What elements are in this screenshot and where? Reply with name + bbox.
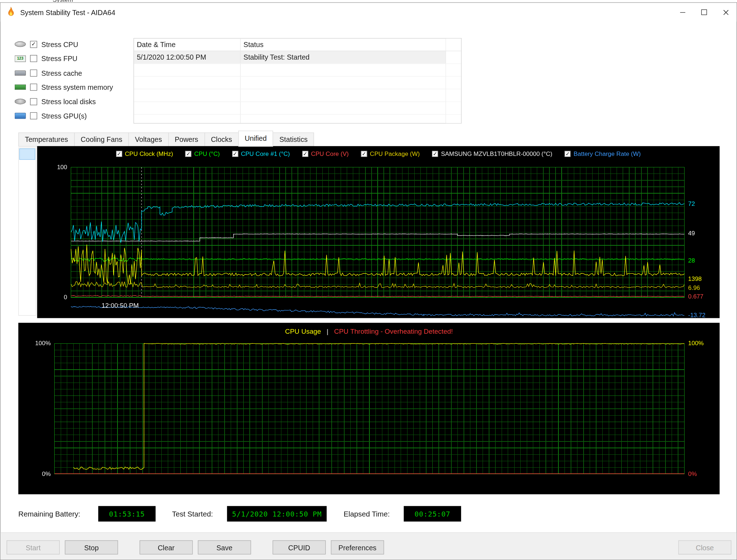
- legend-label: CPU (°C): [194, 151, 220, 158]
- elapsed-time-label: Elapsed Time:: [344, 510, 390, 518]
- save-button[interactable]: Save: [198, 540, 251, 554]
- log-cell-datetime: [134, 77, 241, 89]
- disk-icon: [15, 99, 26, 105]
- gpu-icon: [15, 113, 26, 119]
- cpu-usage-title-text: CPU Usage: [285, 328, 321, 335]
- log-row-empty: [134, 115, 461, 124]
- legend-label: CPU Core (V): [311, 151, 349, 158]
- chart-page-item[interactable]: [19, 148, 35, 159]
- current-value-1398: 1398: [688, 276, 702, 283]
- sensor-chart: ✓CPU Clock (MHz)✓CPU (°C)✓CPU Core #1 (°…: [37, 146, 719, 318]
- titlebar: System Stability Test - AIDA64: [0, 3, 736, 22]
- log-cell-datetime: 5/1/2020 12:00:50 PM: [134, 51, 241, 64]
- event-log-table: Date & TimeStatus5/1/2020 12:00:50 PMSta…: [133, 38, 461, 124]
- stop-button[interactable]: Stop: [65, 540, 118, 554]
- tab-unified[interactable]: Unified: [238, 131, 273, 147]
- legend-checkbox-cpu-c[interactable]: ✓: [185, 151, 192, 157]
- log-row[interactable]: 5/1/2020 12:00:50 PMStability Test: Star…: [134, 51, 461, 64]
- stress-option-stress-cpu[interactable]: ✓Stress CPU: [15, 37, 132, 51]
- scrollbar-gutter: [446, 38, 461, 51]
- test-started-readout: 5/1/2020 12:00:50 PM: [232, 510, 322, 518]
- checkbox-stress-local-disks[interactable]: [30, 98, 37, 105]
- checkbox-stress-cache[interactable]: [30, 69, 37, 77]
- stress-option-stress-system-memory[interactable]: Stress system memory: [15, 80, 132, 94]
- cpu-usage-chart: CPU Usage|CPU Throttling - Overheating D…: [18, 323, 720, 494]
- legend-cpu-clock-mhz: ✓CPU Clock (MHz): [116, 151, 173, 158]
- sensor-chart-legend: ✓CPU Clock (MHz)✓CPU (°C)✓CPU Core #1 (°…: [37, 151, 719, 158]
- checkbox-stress-system-memory[interactable]: [30, 84, 37, 91]
- tab-bar: TemperaturesCooling FansVoltagesPowersCl…: [18, 131, 314, 147]
- clear-button[interactable]: Clear: [139, 540, 193, 554]
- stress-option-label: Stress local disks: [41, 98, 96, 106]
- log-cell-datetime: Date & Time: [134, 38, 241, 51]
- tab-cooling-fans[interactable]: Cooling Fans: [74, 133, 129, 147]
- legend-label: CPU Core #1 (°C): [241, 151, 290, 158]
- legend-checkbox-battery-charge-rate-w[interactable]: ✓: [565, 151, 571, 157]
- cpu-throttling-title-text: CPU Throttling - Overheating Detected!: [334, 328, 453, 335]
- legend-checkbox-cpu-package-w[interactable]: ✓: [361, 151, 367, 157]
- log-row-empty: [134, 64, 461, 77]
- close-window-button[interactable]: [715, 3, 737, 22]
- legend-label: Battery Charge Rate (W): [574, 151, 641, 158]
- flame-icon: [6, 6, 15, 18]
- legend-checkbox-cpu-core-v[interactable]: ✓: [302, 151, 308, 157]
- stress-option-stress-fpu[interactable]: 123Stress FPU: [15, 51, 132, 66]
- stress-option-stress-cache[interactable]: Stress cache: [15, 66, 132, 80]
- usage-y-max-label: 100%: [18, 340, 51, 347]
- tab-voltages[interactable]: Voltages: [128, 133, 169, 147]
- scrollbar-gutter: [446, 102, 461, 114]
- log-cell-status: [241, 89, 446, 102]
- stress-option-stress-local-disks[interactable]: Stress local disks: [15, 94, 132, 109]
- legend-cpu-c: ✓CPU (°C): [185, 151, 220, 158]
- tab-temperatures[interactable]: Temperatures: [18, 133, 75, 147]
- log-row-empty: [134, 102, 461, 115]
- current-value-28: 28: [688, 257, 695, 264]
- scrollbar-gutter: [446, 89, 461, 102]
- log-cell-datetime: [134, 64, 241, 76]
- preferences-button[interactable]: Preferences: [331, 540, 384, 554]
- log-cell-status: Status: [241, 38, 446, 51]
- legend-checkbox-cpu-clock-mhz[interactable]: ✓: [116, 151, 122, 157]
- scrollbar-gutter: [446, 64, 461, 76]
- tab-clocks[interactable]: Clocks: [204, 133, 239, 147]
- legend-checkbox-samsung-mzvlb1t0hblr-00000-c[interactable]: ✓: [432, 151, 438, 157]
- legend-label: SAMSUNG MZVLB1T0HBLR-00000 (°C): [441, 151, 552, 158]
- elapsed-time-value: 00:25:07: [404, 506, 461, 522]
- stress-option-label: Stress FPU: [41, 55, 77, 63]
- scrollbar-gutter: [446, 77, 461, 89]
- test-started-value: 5/1/2020 12:00:50 PM: [227, 506, 327, 522]
- current-value-13-72: -13.72: [688, 311, 705, 319]
- stress-option-label: Stress system memory: [41, 83, 113, 91]
- cpuid-button[interactable]: CPUID: [273, 540, 326, 554]
- tab-powers[interactable]: Powers: [168, 133, 205, 147]
- x-axis-time-label: 12:00:50 PM: [102, 302, 139, 309]
- window-controls: [672, 3, 737, 22]
- usage-y-min-label: 0%: [18, 470, 51, 477]
- log-table-header: Date & TimeStatus: [134, 38, 461, 51]
- checkbox-stress-fpu[interactable]: [30, 55, 37, 62]
- stress-option-label: Stress GPU(s): [41, 112, 87, 120]
- log-cell-datetime: [134, 115, 241, 124]
- chart-bottom-plot: [18, 323, 720, 494]
- log-row-empty: [134, 89, 461, 102]
- checkbox-stress-gpu-s[interactable]: [30, 112, 37, 120]
- stress-option-stress-gpu-s[interactable]: Stress GPU(s): [15, 109, 132, 123]
- minimize-button[interactable]: [672, 3, 693, 22]
- log-cell-status: [241, 115, 446, 124]
- start-button: Start: [6, 540, 60, 554]
- maximize-button[interactable]: [693, 3, 715, 22]
- legend-checkbox-cpu-core-1-c[interactable]: ✓: [232, 151, 238, 157]
- tab-statistics[interactable]: Statistics: [273, 133, 314, 147]
- y-axis-max-label: 100: [37, 163, 67, 171]
- legend-cpu-package-w: ✓CPU Package (W): [361, 151, 420, 158]
- screenshot-root: System System Stability Test - AIDA64 ✓S…: [0, 0, 737, 560]
- legend-samsung-mzvlb1t0hblr-00000-c: ✓SAMSUNG MZVLB1T0HBLR-00000 (°C): [432, 151, 552, 158]
- log-cell-status: Stability Test: Started: [241, 51, 446, 64]
- legend-cpu-core-v: ✓CPU Core (V): [302, 151, 349, 158]
- cpu-usage-chart-title: CPU Usage|CPU Throttling - Overheating D…: [18, 328, 720, 335]
- legend-cpu-core-1-c: ✓CPU Core #1 (°C): [232, 151, 290, 158]
- fpu-icon: 123: [15, 55, 26, 62]
- memory-icon: [15, 85, 26, 90]
- series-cpu-usage: [73, 343, 684, 469]
- checkbox-stress-cpu[interactable]: ✓: [30, 41, 37, 48]
